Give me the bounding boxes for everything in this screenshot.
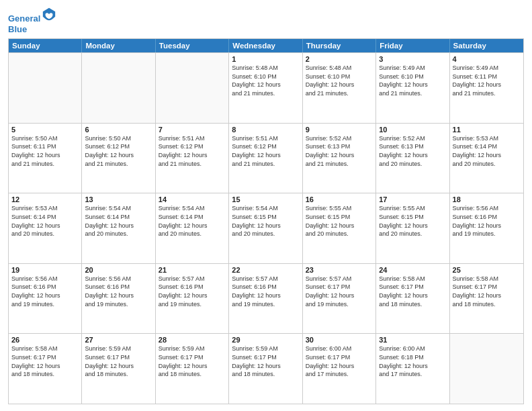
day-info: Sunrise: 5:54 AM Sunset: 6:14 PM Dayligh…: [159, 204, 226, 238]
day-number: 26: [11, 336, 79, 344]
day-cell-8: 8Sunrise: 5:51 AM Sunset: 6:12 PM Daylig…: [229, 124, 302, 193]
day-info: Sunrise: 5:54 AM Sunset: 6:15 PM Dayligh…: [232, 204, 299, 238]
day-info: Sunrise: 5:55 AM Sunset: 6:15 PM Dayligh…: [379, 204, 446, 238]
calendar-page: General Blue SundayMondayTuesdayWednesda…: [0, 0, 532, 411]
day-number: 28: [159, 336, 226, 344]
day-cell-23: 23Sunrise: 5:57 AM Sunset: 6:17 PM Dayli…: [303, 264, 376, 334]
day-info: Sunrise: 5:50 AM Sunset: 6:12 PM Dayligh…: [85, 134, 152, 168]
day-cell-17: 17Sunrise: 5:55 AM Sunset: 6:15 PM Dayli…: [376, 193, 449, 263]
day-info: Sunrise: 5:51 AM Sunset: 6:12 PM Dayligh…: [232, 134, 299, 168]
day-info: Sunrise: 5:55 AM Sunset: 6:15 PM Dayligh…: [306, 204, 373, 238]
day-cell-29: 29Sunrise: 5:59 AM Sunset: 6:17 PM Dayli…: [229, 334, 302, 404]
day-number: 18: [453, 195, 521, 203]
day-cell-27: 27Sunrise: 5:59 AM Sunset: 6:17 PM Dayli…: [82, 334, 155, 404]
week-row-0: 1Sunrise: 5:48 AM Sunset: 6:10 PM Daylig…: [9, 52, 523, 123]
day-number: 11: [453, 126, 521, 134]
day-number: 24: [379, 266, 446, 274]
day-info: Sunrise: 5:58 AM Sunset: 6:17 PM Dayligh…: [11, 345, 79, 378]
day-cell-2: 2Sunrise: 5:48 AM Sunset: 6:10 PM Daylig…: [303, 53, 376, 123]
logo-icon: [42, 7, 56, 21]
day-number: 5: [11, 126, 79, 134]
days-of-week-row: SundayMondayTuesdayWednesdayThursdayFrid…: [9, 39, 523, 52]
day-cell-13: 13Sunrise: 5:54 AM Sunset: 6:14 PM Dayli…: [82, 193, 155, 263]
day-number: 13: [85, 195, 152, 203]
day-number: 6: [85, 126, 152, 134]
day-cell-31: 31Sunrise: 6:00 AM Sunset: 6:18 PM Dayli…: [376, 334, 449, 404]
week-row-4: 26Sunrise: 5:58 AM Sunset: 6:17 PM Dayli…: [9, 333, 523, 404]
day-cell-6: 6Sunrise: 5:50 AM Sunset: 6:12 PM Daylig…: [82, 124, 155, 193]
day-info: Sunrise: 5:48 AM Sunset: 6:10 PM Dayligh…: [232, 64, 299, 97]
calendar: SundayMondayTuesdayWednesdayThursdayFrid…: [8, 38, 524, 404]
day-info: Sunrise: 5:57 AM Sunset: 6:16 PM Dayligh…: [159, 275, 226, 308]
day-cell-16: 16Sunrise: 5:55 AM Sunset: 6:15 PM Dayli…: [303, 193, 376, 263]
logo-general: General: [8, 13, 40, 24]
day-number: 17: [379, 195, 446, 203]
week-row-1: 5Sunrise: 5:50 AM Sunset: 6:11 PM Daylig…: [9, 123, 523, 193]
day-info: Sunrise: 5:52 AM Sunset: 6:13 PM Dayligh…: [306, 134, 373, 168]
day-info: Sunrise: 5:53 AM Sunset: 6:14 PM Dayligh…: [453, 134, 521, 168]
dow-cell-wednesday: Wednesday: [229, 39, 302, 52]
dow-cell-sunday: Sunday: [9, 39, 82, 52]
day-number: 4: [453, 55, 521, 63]
day-cell-30: 30Sunrise: 6:00 AM Sunset: 6:17 PM Dayli…: [303, 334, 376, 404]
day-cell-empty: [156, 53, 229, 123]
day-number: 16: [306, 195, 373, 203]
day-cell-20: 20Sunrise: 5:56 AM Sunset: 6:16 PM Dayli…: [82, 264, 155, 334]
day-cell-empty: [82, 53, 155, 123]
day-info: Sunrise: 5:58 AM Sunset: 6:17 PM Dayligh…: [453, 275, 521, 308]
day-info: Sunrise: 6:00 AM Sunset: 6:17 PM Dayligh…: [306, 345, 373, 378]
day-cell-28: 28Sunrise: 5:59 AM Sunset: 6:17 PM Dayli…: [156, 334, 229, 404]
dow-cell-tuesday: Tuesday: [156, 39, 229, 52]
day-cell-19: 19Sunrise: 5:56 AM Sunset: 6:16 PM Dayli…: [9, 264, 82, 334]
week-row-3: 19Sunrise: 5:56 AM Sunset: 6:16 PM Dayli…: [9, 263, 523, 334]
dow-cell-monday: Monday: [82, 39, 155, 52]
day-info: Sunrise: 5:56 AM Sunset: 6:16 PM Dayligh…: [453, 204, 521, 238]
day-cell-10: 10Sunrise: 5:52 AM Sunset: 6:13 PM Dayli…: [376, 124, 449, 193]
day-info: Sunrise: 5:57 AM Sunset: 6:16 PM Dayligh…: [232, 275, 299, 308]
day-info: Sunrise: 6:00 AM Sunset: 6:18 PM Dayligh…: [379, 345, 446, 378]
day-number: 31: [379, 336, 446, 344]
day-number: 1: [232, 55, 299, 63]
logo: General Blue: [8, 7, 56, 34]
day-info: Sunrise: 5:58 AM Sunset: 6:17 PM Dayligh…: [379, 275, 446, 308]
day-cell-empty: [9, 53, 82, 123]
day-cell-1: 1Sunrise: 5:48 AM Sunset: 6:10 PM Daylig…: [229, 53, 302, 123]
day-info: Sunrise: 5:51 AM Sunset: 6:12 PM Dayligh…: [159, 134, 226, 168]
dow-cell-friday: Friday: [376, 39, 449, 52]
day-number: 23: [306, 266, 373, 274]
day-info: Sunrise: 5:59 AM Sunset: 6:17 PM Dayligh…: [85, 345, 152, 378]
day-cell-4: 4Sunrise: 5:49 AM Sunset: 6:11 PM Daylig…: [450, 53, 523, 123]
day-cell-22: 22Sunrise: 5:57 AM Sunset: 6:16 PM Dayli…: [229, 264, 302, 334]
day-cell-11: 11Sunrise: 5:53 AM Sunset: 6:14 PM Dayli…: [450, 124, 523, 193]
day-cell-14: 14Sunrise: 5:54 AM Sunset: 6:14 PM Dayli…: [156, 193, 229, 263]
day-cell-18: 18Sunrise: 5:56 AM Sunset: 6:16 PM Dayli…: [450, 193, 523, 263]
day-cell-9: 9Sunrise: 5:52 AM Sunset: 6:13 PM Daylig…: [303, 124, 376, 193]
day-number: 10: [379, 126, 446, 134]
day-cell-5: 5Sunrise: 5:50 AM Sunset: 6:11 PM Daylig…: [9, 124, 82, 193]
day-number: 30: [306, 336, 373, 344]
day-number: 9: [306, 126, 373, 134]
day-info: Sunrise: 5:52 AM Sunset: 6:13 PM Dayligh…: [379, 134, 446, 168]
day-info: Sunrise: 5:53 AM Sunset: 6:14 PM Dayligh…: [11, 204, 79, 238]
day-number: 2: [306, 55, 373, 63]
day-cell-21: 21Sunrise: 5:57 AM Sunset: 6:16 PM Dayli…: [156, 264, 229, 334]
day-number: 27: [85, 336, 152, 344]
day-cell-3: 3Sunrise: 5:49 AM Sunset: 6:10 PM Daylig…: [376, 53, 449, 123]
day-number: 7: [159, 126, 226, 134]
day-info: Sunrise: 5:56 AM Sunset: 6:16 PM Dayligh…: [11, 275, 79, 308]
day-cell-24: 24Sunrise: 5:58 AM Sunset: 6:17 PM Dayli…: [376, 264, 449, 334]
day-info: Sunrise: 5:59 AM Sunset: 6:17 PM Dayligh…: [232, 345, 299, 378]
day-number: 15: [232, 195, 299, 203]
day-cell-26: 26Sunrise: 5:58 AM Sunset: 6:17 PM Dayli…: [9, 334, 82, 404]
day-number: 3: [379, 55, 446, 63]
day-cell-25: 25Sunrise: 5:58 AM Sunset: 6:17 PM Dayli…: [450, 264, 523, 334]
day-info: Sunrise: 5:56 AM Sunset: 6:16 PM Dayligh…: [85, 275, 152, 308]
header: General Blue: [8, 7, 524, 34]
day-number: 19: [11, 266, 79, 274]
day-number: 20: [85, 266, 152, 274]
dow-cell-saturday: Saturday: [450, 39, 523, 52]
day-cell-empty: [450, 334, 523, 404]
day-number: 29: [232, 336, 299, 344]
day-number: 14: [159, 195, 226, 203]
day-info: Sunrise: 5:59 AM Sunset: 6:17 PM Dayligh…: [159, 345, 226, 378]
